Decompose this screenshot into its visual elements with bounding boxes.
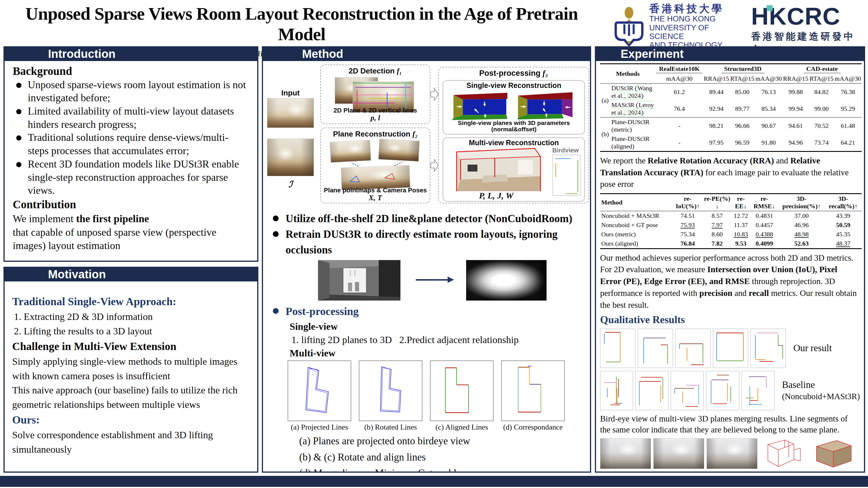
table1-subheader: RTA@15 xyxy=(730,74,755,84)
metric-value: 75.34 xyxy=(673,230,703,239)
panel-caption-d: (d) Correspondance xyxy=(501,423,565,432)
input-view-photo xyxy=(653,438,704,469)
method-note-d: (d) Merge lines as Minimum Cut problem. xyxy=(299,466,581,471)
table2-header: re-EE↓ xyxy=(732,194,750,211)
table2-header: re-PE(%) ↓ xyxy=(703,194,731,211)
section-introduction: Introduction Background Unposed sparse-v… xyxy=(3,46,258,262)
metric-value: 7.97 xyxy=(703,220,731,230)
multi-view-label: Multi-view xyxy=(290,348,581,359)
single-view-title: Single-view Reconstruction xyxy=(443,81,585,90)
poster-root: Unposed Sparse Views Room Layout Reconst… xyxy=(0,0,868,488)
metrics-table: Method re-IoU(%)↑ re-PE(%) ↓ re-EE↓ re-R… xyxy=(600,193,862,249)
metric-value: 96.59 xyxy=(730,134,755,152)
pose-dashed-arrows-icon xyxy=(321,128,431,195)
metric-value: 73.74 xyxy=(809,134,834,152)
method-name: Ours (aligned) xyxy=(600,239,673,249)
metric-value: 95.29 xyxy=(834,100,862,118)
metric-value: 43.39 xyxy=(825,211,862,221)
input-symbol: ℐ xyxy=(266,179,315,189)
birdview-plot-icon xyxy=(671,371,704,410)
method-name: Plane-DUSt3R (metric) xyxy=(610,118,656,134)
bullet-text: Limited availability of multi-view layou… xyxy=(28,105,248,131)
bullet-text: Traditional solutions require dense-view… xyxy=(28,131,248,157)
single-view-planes-diagram-icon xyxy=(517,91,574,120)
metric-value: 12.72 xyxy=(732,211,750,221)
table1-group-header: Structured3D xyxy=(703,64,782,74)
citation-link[interactable]: 2024 xyxy=(627,108,642,116)
text-run: We report the xyxy=(600,156,648,165)
bullet-icon xyxy=(16,83,22,88)
metric-value: 0.4099 xyxy=(750,239,778,249)
hkust-name-cn: 香港科技大學 xyxy=(649,3,746,14)
detection-caption: 2D Plane & 2D vertical lines xyxy=(321,107,430,114)
depth-map-layout-icon xyxy=(466,260,547,300)
motivation-body: Traditional Single-View Approach: 1. Ext… xyxy=(5,282,257,471)
line-merge-captions: (a) Projected Lines (b) Rotated Lines (c… xyxy=(288,423,581,432)
detection-title: 2D Detection f₁ xyxy=(321,67,430,75)
input-label: Input xyxy=(266,89,315,97)
table2-header: re-RMSE↓ xyxy=(750,194,778,211)
method-bullet-2b-text: occlusions xyxy=(286,243,332,257)
method-name-prefix: MASt3R ( xyxy=(611,101,638,108)
plane-symbols: X, T xyxy=(321,194,430,202)
method-name-suffix: ) xyxy=(642,109,644,116)
method-header-label: Method xyxy=(302,47,343,60)
contribution-rest: that capable of unposed sparse view (per… xyxy=(13,226,249,252)
citation-link[interactable]: 2024 xyxy=(627,92,642,99)
metric-value: 61.48 xyxy=(834,118,862,134)
table1-group-header: CAD-estate xyxy=(782,64,862,74)
input-room-photo-1 xyxy=(267,98,314,128)
birdview-plot-icon xyxy=(638,329,673,368)
metric-value: 8.60 xyxy=(703,230,731,239)
bullet-icon xyxy=(273,231,279,237)
experiment-body: Methods RealEstate10K Structured3D CAD-e… xyxy=(596,61,864,471)
table1-subheader: mAA@30 xyxy=(755,74,782,84)
detection-fn-symbol: f₁ xyxy=(397,67,402,75)
method-bullet-1-text: Utilize off-the-shelf 2D line&plane dete… xyxy=(286,212,572,226)
challenge-paragraph-2: This naive approach (our baseline) fails… xyxy=(12,383,251,412)
post-title: Post-processing f₃ xyxy=(439,69,589,78)
aligned-lines-plot-icon xyxy=(430,360,494,421)
table-row: Plane-DUSt3R (aligned) - 97.95 96.59 91.… xyxy=(600,134,862,152)
qualitative-row-1 xyxy=(600,438,860,469)
method-name-suffix: ) xyxy=(642,92,644,99)
method-name: MASt3R (Leroy et al., 2024) xyxy=(610,100,656,118)
hkust-name-en-2: UNIVERSITY OF SCIENCE xyxy=(649,24,746,41)
bullet-icon xyxy=(16,109,22,114)
birdview-plot-icon xyxy=(600,371,633,410)
method-note-bc: (b) & (c) Rotate and align lines xyxy=(299,451,581,464)
metric-value: 98.21 xyxy=(703,118,730,134)
hkust-name-en-1: THE HONG KONG xyxy=(649,14,746,23)
birdview-results-row-baseline: Baseline (Noncuboid+MASt3R) xyxy=(600,371,860,410)
multi-view-title: Multi-view Reconstruction xyxy=(443,138,585,147)
plane-caption: Plane pointmaps & Camera Poses xyxy=(321,187,430,194)
list-item: Unposed sparse-views room layout estimat… xyxy=(13,78,249,105)
list-item: Traditional solutions require dense-view… xyxy=(13,131,249,157)
textured-reconstruction-icon xyxy=(808,438,857,469)
table-row: Noncuboid + GT pose 75.93 7.97 11.37 0.4… xyxy=(600,220,862,230)
metric-value: 85.34 xyxy=(755,100,782,118)
birdview-plot-icon xyxy=(600,329,636,368)
metric-value: 89.44 xyxy=(703,84,730,101)
panel-caption-a: (a) Projected Lines xyxy=(288,423,351,432)
panel-caption-b: (b) Rotated Lines xyxy=(359,423,423,432)
bullet-icon xyxy=(16,135,22,140)
metric-value: 0.4388 xyxy=(750,230,778,239)
our-result-label: Our result xyxy=(793,342,832,354)
layout-depth-figure xyxy=(272,260,581,303)
citation-sep: , xyxy=(624,109,627,116)
method-name: Noncuboid + MASt3R xyxy=(600,211,673,221)
detection-title-text: 2D Detection xyxy=(349,67,395,75)
contribution-bold: the first pipeline xyxy=(76,213,149,225)
analysis-paragraph: Our method achieves superior performance… xyxy=(600,252,860,311)
hkcrc-wordmark: HKCRC xyxy=(751,4,865,28)
text-run-bold: Relative Rotation Accuracy (RRA) xyxy=(648,156,774,165)
rotated-lines-plot-icon xyxy=(359,360,423,421)
hkcrc-name: HKCRC xyxy=(751,3,840,30)
metric-value: 85.00 xyxy=(730,84,755,101)
detection-box: 2D Detection f₁ xyxy=(320,65,430,124)
metric-value: 76.4 xyxy=(656,100,703,118)
method-name-prefix: DUSt3R ( xyxy=(611,85,637,92)
background-bullet-list: Unposed sparse-views room layout estimat… xyxy=(13,78,249,197)
post-title-text: Post-processing xyxy=(479,69,540,77)
